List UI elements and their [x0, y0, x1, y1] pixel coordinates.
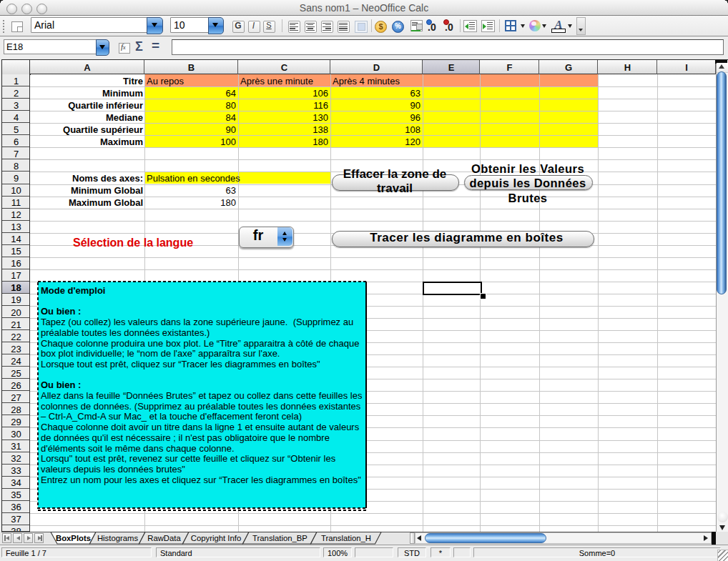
svg-text:Translation_BP: Translation_BP [252, 534, 308, 542]
svg-text:BoxPlots: BoxPlots [56, 534, 91, 542]
svg-text:RawData: RawData [147, 534, 181, 542]
svg-text:Copyright Info: Copyright Info [191, 534, 241, 542]
svg-text:Translation_H: Translation_H [321, 534, 371, 542]
svg-text:Histograms: Histograms [97, 534, 138, 542]
